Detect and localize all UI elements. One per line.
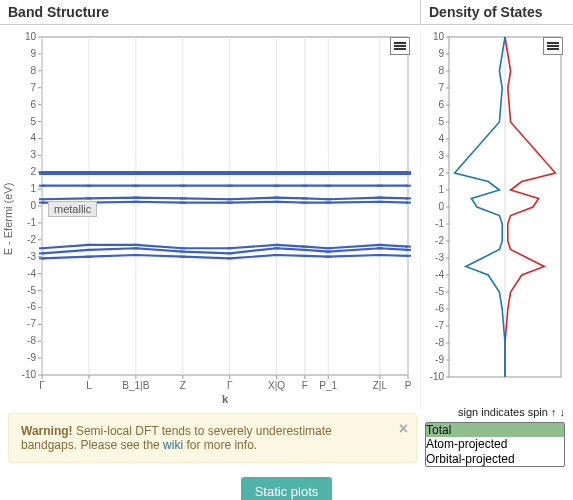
- svg-text:E - Efermi (eV): E - Efermi (eV): [2, 183, 14, 256]
- band-chart[interactable]: -10-9-8-7-6-5-4-3-2-1012345678910ΓLB_1|B…: [0, 29, 420, 409]
- svg-text:9: 9: [438, 48, 444, 59]
- spin-indicator-label: sign indicates spin ↑ ↓: [425, 406, 565, 418]
- svg-text:6: 6: [438, 99, 444, 110]
- svg-text:P_1: P_1: [319, 380, 337, 391]
- svg-text:4: 4: [438, 133, 444, 144]
- svg-text:5: 5: [438, 116, 444, 127]
- svg-text:-4: -4: [27, 268, 36, 279]
- dos-header: Density of States: [420, 0, 573, 24]
- alert-text-after: for more info.: [183, 438, 257, 452]
- wiki-link[interactable]: wiki: [163, 438, 183, 452]
- close-icon[interactable]: ×: [399, 420, 408, 438]
- svg-text:Z|L: Z|L: [373, 380, 388, 391]
- static-plots-button[interactable]: Static plots: [241, 477, 333, 500]
- svg-text:2: 2: [30, 166, 36, 177]
- svg-text:X|Q: X|Q: [268, 380, 285, 391]
- dos-chart[interactable]: -10-9-8-7-6-5-4-3-2-1012345678910: [421, 29, 571, 389]
- svg-text:-8: -8: [27, 335, 36, 346]
- svg-text:8: 8: [30, 65, 36, 76]
- svg-text:-9: -9: [435, 354, 444, 365]
- svg-text:9: 9: [30, 48, 36, 59]
- hamburger-icon[interactable]: [390, 37, 410, 55]
- alert-prefix: Warning!: [21, 424, 73, 438]
- svg-text:-3: -3: [435, 252, 444, 263]
- svg-text:-5: -5: [27, 285, 36, 296]
- svg-text:0: 0: [438, 201, 444, 212]
- svg-text:5: 5: [30, 116, 36, 127]
- dos-option-total[interactable]: Total: [426, 423, 564, 437]
- svg-text:L: L: [86, 380, 92, 391]
- band-header: Band Structure: [0, 0, 420, 24]
- svg-text:3: 3: [438, 150, 444, 161]
- svg-text:-10: -10: [22, 369, 37, 380]
- band-plot-panel: -10-9-8-7-6-5-4-3-2-1012345678910ΓLB_1|B…: [0, 29, 420, 409]
- svg-text:Z: Z: [180, 380, 186, 391]
- svg-text:-8: -8: [435, 337, 444, 348]
- svg-text:6: 6: [30, 99, 36, 110]
- dos-option-orbital[interactable]: Orbital-projected: [426, 452, 564, 466]
- warning-alert: Warning! Semi-local DFT tends to severel…: [8, 413, 417, 463]
- dos-plot-panel: -10-9-8-7-6-5-4-3-2-1012345678910 sign i…: [420, 29, 573, 409]
- svg-text:-3: -3: [27, 251, 36, 262]
- svg-text:-10: -10: [430, 371, 445, 382]
- svg-text:k: k: [222, 393, 229, 405]
- dos-option-atom[interactable]: Atom-projected: [426, 437, 564, 451]
- svg-text:-2: -2: [27, 234, 36, 245]
- svg-text:8: 8: [438, 65, 444, 76]
- svg-text:F: F: [302, 380, 308, 391]
- svg-text:-1: -1: [27, 217, 36, 228]
- svg-text:2: 2: [438, 167, 444, 178]
- svg-text:-1: -1: [435, 218, 444, 229]
- svg-text:-2: -2: [435, 235, 444, 246]
- svg-text:-4: -4: [435, 269, 444, 280]
- svg-text:10: 10: [433, 31, 445, 42]
- svg-text:-7: -7: [27, 318, 36, 329]
- svg-text:-9: -9: [27, 352, 36, 363]
- svg-text:0: 0: [30, 200, 36, 211]
- svg-text:-7: -7: [435, 320, 444, 331]
- svg-text:1: 1: [30, 183, 36, 194]
- svg-text:-6: -6: [27, 301, 36, 312]
- svg-text:3: 3: [30, 149, 36, 160]
- svg-text:4: 4: [30, 132, 36, 143]
- svg-text:Γ: Γ: [39, 380, 45, 391]
- svg-text:7: 7: [438, 82, 444, 93]
- svg-text:B_1|B: B_1|B: [122, 380, 149, 391]
- dos-type-select[interactable]: Total Atom-projected Orbital-projected: [425, 422, 565, 467]
- headers-row: Band Structure Density of States: [0, 0, 573, 25]
- hamburger-icon[interactable]: [543, 37, 563, 55]
- svg-text:1: 1: [438, 184, 444, 195]
- svg-text:7: 7: [30, 82, 36, 93]
- svg-text:10: 10: [25, 31, 37, 42]
- svg-text:P: P: [405, 380, 412, 391]
- metallic-badge: metallic: [48, 201, 97, 217]
- svg-text:-6: -6: [435, 303, 444, 314]
- svg-text:Γ: Γ: [227, 380, 233, 391]
- svg-text:-5: -5: [435, 286, 444, 297]
